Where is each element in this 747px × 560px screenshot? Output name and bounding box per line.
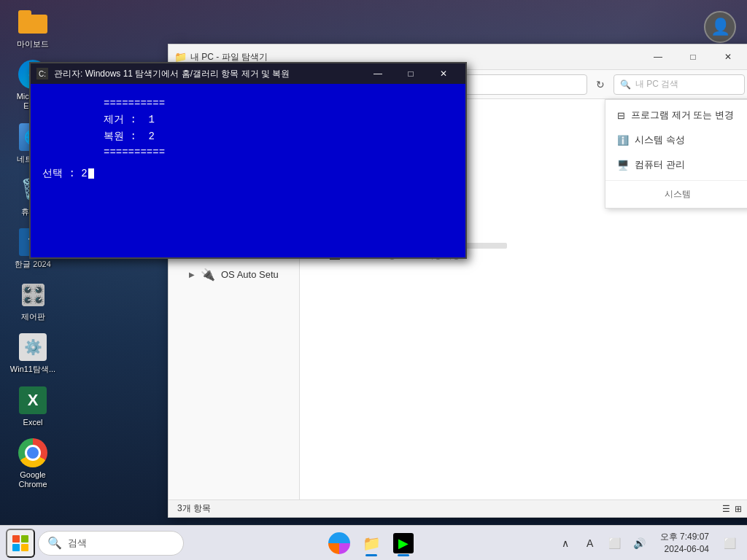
start-button[interactable] bbox=[6, 529, 35, 558]
control-panel-icon: 🎛️ bbox=[18, 280, 47, 309]
status-bar: 3개 항목 ☰ ⊞ bbox=[169, 499, 747, 517]
cmd-maximize-button[interactable]: □ bbox=[395, 65, 427, 82]
context-menu-uninstall-label: 프로그램 제거 또는 변경 bbox=[631, 109, 734, 122]
cmd-minimize-button[interactable]: — bbox=[362, 65, 394, 82]
cmd-titlebar-controls: — □ ✕ bbox=[362, 65, 460, 82]
cmd-close-button[interactable]: ✕ bbox=[427, 65, 460, 82]
cmd-line-2: 제거 : 1 bbox=[42, 112, 454, 128]
desktop-icon-folder[interactable]: 마이보드 bbox=[7, 7, 58, 49]
file-explorer-taskbar-icon: 📁 bbox=[363, 534, 381, 552]
sidebar-item-os-auto-label: OS Auto Setu bbox=[221, 269, 279, 280]
search-bar[interactable]: 🔍 내 PC 검색 bbox=[614, 74, 745, 95]
context-menu: ⊟ 프로그램 제거 또는 변경 ℹ️ 시스템 속성 🖥️ 컴퓨터 관리 시스템 bbox=[605, 99, 747, 209]
taskbar-search[interactable]: 🔍 검색 bbox=[38, 531, 184, 556]
view-controls: ☰ ⊞ bbox=[722, 504, 742, 514]
desktop-icon-chrome[interactable]: Google Chrome bbox=[7, 438, 58, 489]
status-text: 3개 항목 bbox=[177, 502, 211, 515]
context-menu-section: 시스템 bbox=[605, 184, 747, 205]
excel-icon-label: Excel bbox=[23, 418, 43, 427]
cmd-line-4: 복원 : 2 bbox=[42, 128, 454, 144]
chrome-icon-label: Google Chrome bbox=[7, 470, 58, 489]
desktop-icon-win11[interactable]: ⚙️ Win11탐색... bbox=[7, 332, 58, 374]
search-placeholder: 내 PC 검색 bbox=[635, 78, 678, 90]
computer-management-icon: 🖥️ bbox=[617, 160, 629, 171]
win11-icon: ⚙️ bbox=[18, 332, 47, 362]
sidebar-item-os-auto[interactable]: ▶ 🔌 OS Auto Setu bbox=[169, 263, 299, 286]
system-tray: ∧ A ⬜ 🔊 bbox=[554, 532, 651, 555]
context-menu-system-properties-label: 시스템 속성 bbox=[635, 133, 685, 147]
taskbar-app-buttons: 📁 ▶ bbox=[190, 529, 554, 558]
file-explorer-title: 내 PC - 파일 탐색기 bbox=[190, 51, 637, 63]
system-properties-icon: ℹ️ bbox=[617, 135, 629, 146]
control-panel-icon-label: 제어판 bbox=[21, 312, 45, 322]
desktop-icon-control-panel[interactable]: 🎛️ 제어판 bbox=[7, 280, 58, 322]
refresh-button[interactable]: ↻ bbox=[590, 74, 611, 95]
taskbar-right: ∧ A ⬜ 🔊 오후 7:49:07 2024-06-04 ⬜ bbox=[554, 528, 741, 559]
expand-icon-e: ▶ bbox=[189, 271, 195, 279]
taskbar-date: 2024-06-04 bbox=[660, 543, 709, 556]
list-view-icon[interactable]: ☰ bbox=[722, 504, 730, 514]
notifications-button[interactable]: ⬜ bbox=[718, 532, 741, 555]
hwp-icon-label: 한글 2024 bbox=[15, 260, 51, 269]
context-menu-item-computer-management[interactable]: 🖥️ 컴퓨터 관리 bbox=[605, 152, 747, 177]
grid-view-icon[interactable]: ⊞ bbox=[735, 504, 742, 514]
windows-logo-icon bbox=[12, 535, 28, 551]
desktop: 마이보드 e Microsoft Edge 🌐 네트워크 🗑️ 휴지통 한 한글… bbox=[0, 0, 747, 560]
display-icon[interactable]: ⬜ bbox=[603, 532, 627, 555]
folder-icon bbox=[18, 7, 47, 36]
terminal-taskbar-button[interactable]: ▶ bbox=[389, 529, 418, 558]
taskbar: 🔍 검색 📁 ▶ ∧ A ⬜ 🔊 bbox=[0, 525, 747, 560]
cmd-window: C: 관리자: Windows 11 탐색기에서 홈/갤러리 항목 제거 및 복… bbox=[29, 62, 467, 259]
maximize-button[interactable]: □ bbox=[676, 46, 710, 68]
context-menu-divider bbox=[605, 180, 747, 181]
copilot-icon bbox=[328, 532, 350, 554]
usb-drive-sidebar-icon: 🔌 bbox=[201, 268, 215, 281]
cmd-cursor bbox=[88, 168, 94, 179]
file-explorer-titlebar-icon: 📁 bbox=[174, 51, 186, 63]
file-explorer-taskbar-button[interactable]: 📁 bbox=[357, 529, 386, 558]
expand-tray-button[interactable]: ∧ bbox=[554, 532, 577, 555]
volume-icon[interactable]: 🔊 bbox=[628, 532, 651, 555]
cmd-title-text: 관리자: Windows 11 탐색기에서 홈/갤러리 항목 제거 및 복원 bbox=[54, 68, 356, 80]
context-menu-item-uninstall[interactable]: ⊟ 프로그램 제거 또는 변경 bbox=[605, 103, 747, 128]
desktop-icon-excel[interactable]: X Excel bbox=[7, 386, 58, 427]
taskbar-clock[interactable]: 오후 7:49:07 2024-06-04 bbox=[656, 528, 713, 559]
cmd-line-5: ========== bbox=[42, 144, 454, 160]
cmd-title-icon: C: bbox=[36, 68, 48, 79]
cmd-input-line: 선택 : 2 bbox=[42, 167, 454, 180]
taskbar-search-placeholder: 검색 bbox=[68, 537, 87, 550]
excel-icon: X bbox=[18, 386, 47, 415]
titlebar-controls: — □ ✕ bbox=[641, 46, 745, 68]
context-menu-computer-management-label: 컴퓨터 관리 bbox=[635, 158, 685, 171]
folder-icon-label: 마이보드 bbox=[17, 39, 49, 49]
close-button[interactable]: ✕ bbox=[711, 46, 745, 68]
uninstall-icon: ⊟ bbox=[617, 110, 625, 121]
taskbar-time: 오후 7:49:07 bbox=[660, 531, 709, 543]
keyboard-icon[interactable]: A bbox=[578, 532, 602, 555]
cmd-line-1: ========== bbox=[42, 96, 454, 112]
cmd-titlebar: C: 관리자: Windows 11 탐색기에서 홈/갤러리 항목 제거 및 복… bbox=[31, 63, 465, 84]
file-explorer-title-text: 내 PC - 파일 탐색기 bbox=[190, 52, 268, 62]
copilot-taskbar-button[interactable] bbox=[325, 529, 354, 558]
win11-icon-label: Win11탐색... bbox=[10, 365, 55, 374]
context-menu-item-system-properties[interactable]: ℹ️ 시스템 속성 bbox=[605, 128, 747, 152]
user-avatar[interactable]: 👤 bbox=[704, 11, 736, 43]
taskbar-search-icon: 🔍 bbox=[47, 536, 62, 550]
minimize-button[interactable]: — bbox=[641, 46, 675, 68]
cmd-content: ========== 제거 : 1 복원 : 2 ========== 선택 :… bbox=[31, 84, 465, 257]
search-icon: 🔍 bbox=[620, 79, 631, 90]
chrome-icon bbox=[18, 438, 47, 467]
terminal-taskbar-icon: ▶ bbox=[393, 533, 414, 553]
cmd-prompt: 선택 : 2 bbox=[42, 167, 88, 180]
